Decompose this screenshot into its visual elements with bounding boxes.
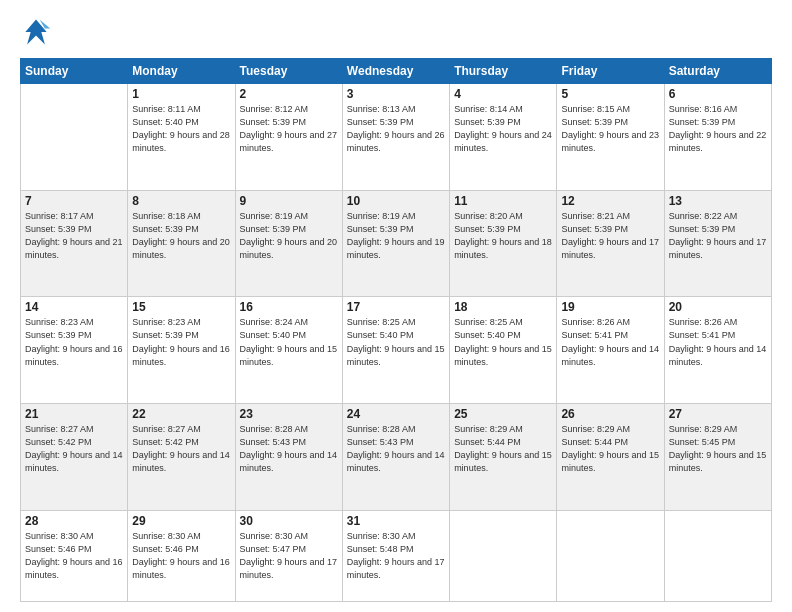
calendar-cell: 2Sunrise: 8:12 AM Sunset: 5:39 PM Daylig… — [235, 84, 342, 191]
calendar-cell: 18Sunrise: 8:25 AM Sunset: 5:40 PM Dayli… — [450, 297, 557, 404]
day-info: Sunrise: 8:19 AM Sunset: 5:39 PM Dayligh… — [240, 210, 338, 262]
calendar-cell: 17Sunrise: 8:25 AM Sunset: 5:40 PM Dayli… — [342, 297, 449, 404]
day-info: Sunrise: 8:17 AM Sunset: 5:39 PM Dayligh… — [25, 210, 123, 262]
calendar-cell: 30Sunrise: 8:30 AM Sunset: 5:47 PM Dayli… — [235, 510, 342, 601]
day-info: Sunrise: 8:28 AM Sunset: 5:43 PM Dayligh… — [240, 423, 338, 475]
weekday-header-monday: Monday — [128, 59, 235, 84]
calendar-cell: 8Sunrise: 8:18 AM Sunset: 5:39 PM Daylig… — [128, 190, 235, 297]
page: SundayMondayTuesdayWednesdayThursdayFrid… — [0, 0, 792, 612]
calendar-cell: 29Sunrise: 8:30 AM Sunset: 5:46 PM Dayli… — [128, 510, 235, 601]
logo-icon — [20, 16, 52, 48]
calendar-cell: 27Sunrise: 8:29 AM Sunset: 5:45 PM Dayli… — [664, 404, 771, 511]
day-number: 2 — [240, 87, 338, 101]
calendar-cell: 1Sunrise: 8:11 AM Sunset: 5:40 PM Daylig… — [128, 84, 235, 191]
day-info: Sunrise: 8:27 AM Sunset: 5:42 PM Dayligh… — [132, 423, 230, 475]
day-info: Sunrise: 8:24 AM Sunset: 5:40 PM Dayligh… — [240, 316, 338, 368]
day-info: Sunrise: 8:18 AM Sunset: 5:39 PM Dayligh… — [132, 210, 230, 262]
day-number: 18 — [454, 300, 552, 314]
weekday-header-tuesday: Tuesday — [235, 59, 342, 84]
calendar-cell: 23Sunrise: 8:28 AM Sunset: 5:43 PM Dayli… — [235, 404, 342, 511]
calendar-cell — [557, 510, 664, 601]
calendar-cell: 4Sunrise: 8:14 AM Sunset: 5:39 PM Daylig… — [450, 84, 557, 191]
calendar-week-row: 7Sunrise: 8:17 AM Sunset: 5:39 PM Daylig… — [21, 190, 772, 297]
day-number: 28 — [25, 514, 123, 528]
day-number: 21 — [25, 407, 123, 421]
calendar-cell: 3Sunrise: 8:13 AM Sunset: 5:39 PM Daylig… — [342, 84, 449, 191]
calendar-cell: 31Sunrise: 8:30 AM Sunset: 5:48 PM Dayli… — [342, 510, 449, 601]
day-info: Sunrise: 8:23 AM Sunset: 5:39 PM Dayligh… — [25, 316, 123, 368]
calendar-cell: 25Sunrise: 8:29 AM Sunset: 5:44 PM Dayli… — [450, 404, 557, 511]
day-number: 29 — [132, 514, 230, 528]
day-info: Sunrise: 8:23 AM Sunset: 5:39 PM Dayligh… — [132, 316, 230, 368]
day-number: 1 — [132, 87, 230, 101]
calendar-table: SundayMondayTuesdayWednesdayThursdayFrid… — [20, 58, 772, 602]
day-info: Sunrise: 8:19 AM Sunset: 5:39 PM Dayligh… — [347, 210, 445, 262]
weekday-header-thursday: Thursday — [450, 59, 557, 84]
calendar-cell: 5Sunrise: 8:15 AM Sunset: 5:39 PM Daylig… — [557, 84, 664, 191]
calendar-cell: 22Sunrise: 8:27 AM Sunset: 5:42 PM Dayli… — [128, 404, 235, 511]
calendar-week-row: 1Sunrise: 8:11 AM Sunset: 5:40 PM Daylig… — [21, 84, 772, 191]
day-info: Sunrise: 8:13 AM Sunset: 5:39 PM Dayligh… — [347, 103, 445, 155]
day-number: 3 — [347, 87, 445, 101]
weekday-header-wednesday: Wednesday — [342, 59, 449, 84]
day-number: 13 — [669, 194, 767, 208]
day-number: 27 — [669, 407, 767, 421]
day-info: Sunrise: 8:25 AM Sunset: 5:40 PM Dayligh… — [347, 316, 445, 368]
day-number: 10 — [347, 194, 445, 208]
weekday-header-sunday: Sunday — [21, 59, 128, 84]
logo — [20, 16, 56, 48]
calendar-cell: 28Sunrise: 8:30 AM Sunset: 5:46 PM Dayli… — [21, 510, 128, 601]
calendar-cell: 26Sunrise: 8:29 AM Sunset: 5:44 PM Dayli… — [557, 404, 664, 511]
calendar-cell — [450, 510, 557, 601]
day-info: Sunrise: 8:22 AM Sunset: 5:39 PM Dayligh… — [669, 210, 767, 262]
day-number: 17 — [347, 300, 445, 314]
calendar-cell: 10Sunrise: 8:19 AM Sunset: 5:39 PM Dayli… — [342, 190, 449, 297]
calendar-cell: 21Sunrise: 8:27 AM Sunset: 5:42 PM Dayli… — [21, 404, 128, 511]
day-number: 19 — [561, 300, 659, 314]
calendar-cell: 15Sunrise: 8:23 AM Sunset: 5:39 PM Dayli… — [128, 297, 235, 404]
day-info: Sunrise: 8:30 AM Sunset: 5:48 PM Dayligh… — [347, 530, 445, 582]
calendar-cell — [664, 510, 771, 601]
day-number: 11 — [454, 194, 552, 208]
day-info: Sunrise: 8:28 AM Sunset: 5:43 PM Dayligh… — [347, 423, 445, 475]
day-number: 9 — [240, 194, 338, 208]
weekday-header-row: SundayMondayTuesdayWednesdayThursdayFrid… — [21, 59, 772, 84]
calendar-cell: 24Sunrise: 8:28 AM Sunset: 5:43 PM Dayli… — [342, 404, 449, 511]
calendar-cell: 11Sunrise: 8:20 AM Sunset: 5:39 PM Dayli… — [450, 190, 557, 297]
day-number: 4 — [454, 87, 552, 101]
calendar-week-row: 14Sunrise: 8:23 AM Sunset: 5:39 PM Dayli… — [21, 297, 772, 404]
day-number: 20 — [669, 300, 767, 314]
weekday-header-friday: Friday — [557, 59, 664, 84]
calendar-week-row: 28Sunrise: 8:30 AM Sunset: 5:46 PM Dayli… — [21, 510, 772, 601]
day-info: Sunrise: 8:30 AM Sunset: 5:46 PM Dayligh… — [25, 530, 123, 582]
day-info: Sunrise: 8:16 AM Sunset: 5:39 PM Dayligh… — [669, 103, 767, 155]
calendar-cell: 20Sunrise: 8:26 AM Sunset: 5:41 PM Dayli… — [664, 297, 771, 404]
day-number: 15 — [132, 300, 230, 314]
day-info: Sunrise: 8:14 AM Sunset: 5:39 PM Dayligh… — [454, 103, 552, 155]
calendar-cell: 6Sunrise: 8:16 AM Sunset: 5:39 PM Daylig… — [664, 84, 771, 191]
day-number: 22 — [132, 407, 230, 421]
day-number: 5 — [561, 87, 659, 101]
calendar-cell: 14Sunrise: 8:23 AM Sunset: 5:39 PM Dayli… — [21, 297, 128, 404]
day-info: Sunrise: 8:26 AM Sunset: 5:41 PM Dayligh… — [561, 316, 659, 368]
calendar-cell — [21, 84, 128, 191]
header — [20, 16, 772, 48]
day-number: 7 — [25, 194, 123, 208]
day-info: Sunrise: 8:29 AM Sunset: 5:44 PM Dayligh… — [454, 423, 552, 475]
day-info: Sunrise: 8:30 AM Sunset: 5:46 PM Dayligh… — [132, 530, 230, 582]
day-info: Sunrise: 8:21 AM Sunset: 5:39 PM Dayligh… — [561, 210, 659, 262]
calendar-cell: 7Sunrise: 8:17 AM Sunset: 5:39 PM Daylig… — [21, 190, 128, 297]
day-number: 12 — [561, 194, 659, 208]
day-number: 16 — [240, 300, 338, 314]
day-info: Sunrise: 8:30 AM Sunset: 5:47 PM Dayligh… — [240, 530, 338, 582]
day-info: Sunrise: 8:29 AM Sunset: 5:45 PM Dayligh… — [669, 423, 767, 475]
day-number: 23 — [240, 407, 338, 421]
day-info: Sunrise: 8:15 AM Sunset: 5:39 PM Dayligh… — [561, 103, 659, 155]
day-number: 6 — [669, 87, 767, 101]
calendar-cell: 9Sunrise: 8:19 AM Sunset: 5:39 PM Daylig… — [235, 190, 342, 297]
day-number: 14 — [25, 300, 123, 314]
day-info: Sunrise: 8:20 AM Sunset: 5:39 PM Dayligh… — [454, 210, 552, 262]
calendar-cell: 19Sunrise: 8:26 AM Sunset: 5:41 PM Dayli… — [557, 297, 664, 404]
day-number: 8 — [132, 194, 230, 208]
day-number: 24 — [347, 407, 445, 421]
